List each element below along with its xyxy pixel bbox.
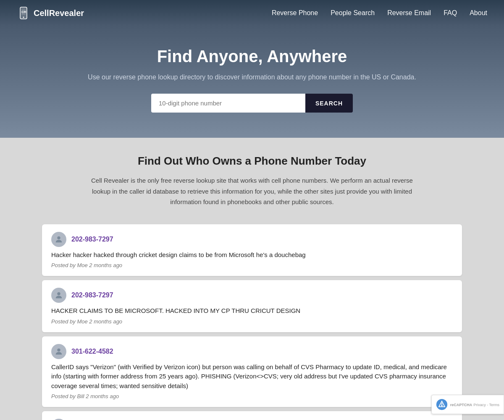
- user-icon: [54, 347, 63, 356]
- logo-icon: CR: [17, 6, 30, 20]
- post-card: 301-622-4582 CallerID says "Verizon" (wi…: [42, 336, 462, 407]
- avatar: [51, 344, 66, 359]
- info-section: Find Out Who Owns a Phone Number Today C…: [88, 155, 416, 207]
- post-header: 202-983-7297: [51, 288, 453, 303]
- nav-reverse-phone[interactable]: Reverse Phone: [272, 9, 318, 17]
- post-body: Hacker hacker hacked through cricket des…: [51, 250, 453, 260]
- post-header: 202-983-7297: [51, 232, 453, 247]
- post-card: 202-983-7297 HACKER CLAIMS TO BE MICROSO…: [42, 280, 462, 332]
- svg-text:CR: CR: [21, 10, 26, 14]
- site-header: CR CellRevealer Reverse Phone People Sea…: [0, 0, 504, 26]
- post-header: 301-622-4582: [51, 344, 453, 359]
- phone-search-bar: SEARCH: [151, 94, 353, 113]
- post-meta: Posted by Moe 2 months ago: [51, 262, 453, 268]
- user-icon: [54, 291, 63, 300]
- nav-faq[interactable]: FAQ: [444, 9, 457, 17]
- svg-point-2: [23, 17, 24, 18]
- hero-section: Find Anyone, Anywhere Use our reverse ph…: [0, 26, 504, 138]
- nav-people-search[interactable]: People Search: [331, 9, 375, 17]
- phone-number-link[interactable]: 301-622-4582: [71, 348, 113, 355]
- post-card: 202-983-7297 Hacker hacker hacked throug…: [42, 224, 462, 276]
- post-body: HACKER CLAIMS TO BE MICROSOFT. HACKED IN…: [51, 306, 453, 316]
- nav-reverse-email[interactable]: Reverse Email: [387, 9, 431, 17]
- info-heading: Find Out Who Owns a Phone Number Today: [88, 155, 416, 168]
- search-button[interactable]: SEARCH: [305, 94, 353, 113]
- user-icon: [54, 235, 63, 244]
- svg-point-9: [441, 405, 443, 407]
- logo[interactable]: CR CellRevealer: [17, 6, 84, 20]
- phone-number-link[interactable]: 202-983-7297: [71, 236, 113, 243]
- phone-search-input[interactable]: [151, 94, 305, 113]
- main-content: Find Out Who Owns a Phone Number Today C…: [0, 138, 504, 420]
- svg-point-6: [57, 348, 60, 351]
- main-nav: Reverse Phone People Search Reverse Emai…: [272, 9, 487, 17]
- recaptcha-badge: reCAPTCHA Privacy - Terms: [431, 395, 504, 414]
- recaptcha-links: Privacy - Terms: [473, 403, 499, 407]
- post-card: 425-988-5379 Lots of harassing phone cal…: [42, 411, 462, 420]
- svg-rect-10: [441, 403, 442, 405]
- post-body: CallerID says "Verizon" (with Verified b…: [51, 362, 453, 391]
- avatar: [51, 232, 66, 247]
- nav-about[interactable]: About: [470, 9, 487, 17]
- logo-text: CellRevealer: [34, 8, 84, 18]
- recaptcha-icon: [436, 399, 448, 410]
- post-meta: Posted by Bill 2 months ago: [51, 393, 453, 399]
- post-meta: Posted by Moe 2 months ago: [51, 318, 453, 325]
- svg-point-4: [57, 236, 60, 239]
- svg-point-5: [57, 292, 60, 295]
- phone-number-link[interactable]: 202-983-7297: [71, 291, 113, 299]
- hero-subtitle: Use our reverse phone lookup directory t…: [8, 74, 496, 81]
- hero-title: Find Anyone, Anywhere: [8, 47, 496, 66]
- avatar: [51, 288, 66, 303]
- info-body: Cell Revealer is the only free reverse l…: [88, 175, 416, 207]
- posts-container: 202-983-7297 Hacker hacker hacked throug…: [42, 224, 462, 420]
- recaptcha-label: reCAPTCHA: [450, 403, 472, 407]
